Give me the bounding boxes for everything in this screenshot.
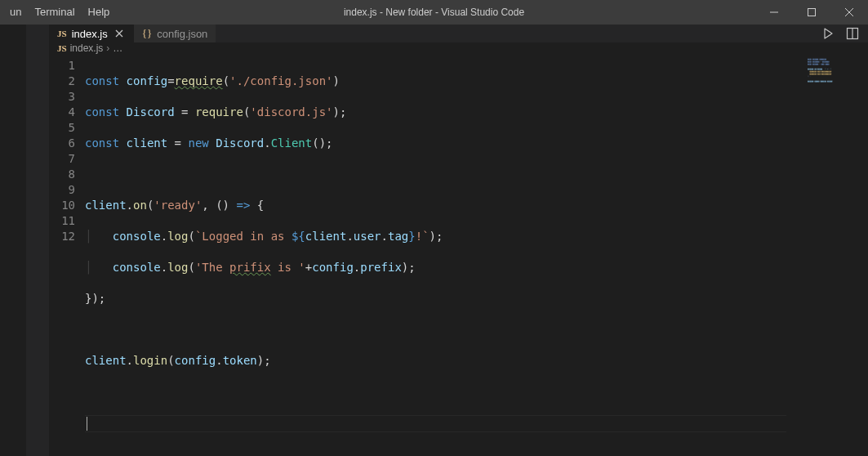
json-icon: {}	[142, 27, 152, 40]
gutter: 123 456 789 101112	[49, 55, 85, 456]
minimize-button[interactable]	[755, 0, 793, 25]
text-cursor	[87, 417, 87, 431]
window-controls	[755, 0, 868, 25]
title-bar: un Terminal Help index.js - New folder -…	[0, 0, 868, 25]
close-icon[interactable]	[113, 27, 126, 40]
breadcrumb[interactable]: JS index.js › …	[49, 42, 868, 55]
tab-label: config.json	[157, 28, 207, 40]
tabs: JS index.js {} config.json	[49, 25, 868, 42]
menu-item-help[interactable]: Help	[82, 0, 117, 25]
menu-item-terminal[interactable]: Terminal	[28, 0, 81, 25]
breadcrumb-symbol: …	[113, 42, 122, 54]
menu-item-run[interactable]: un	[3, 0, 28, 25]
js-icon: JS	[57, 29, 67, 38]
maximize-button[interactable]	[793, 0, 830, 25]
svg-rect-1	[808, 9, 816, 16]
editor[interactable]: 123 456 789 101112 const config=require(…	[49, 55, 868, 456]
tab-index-js[interactable]: JS index.js	[49, 25, 134, 42]
window-title: index.js - New folder - Visual Studio Co…	[344, 7, 524, 18]
split-editor-icon[interactable]	[844, 25, 861, 42]
code-area[interactable]: const config=require('./config.json') co…	[85, 55, 868, 456]
menu: un Terminal Help	[0, 0, 116, 25]
tab-config-json[interactable]: {} config.json	[134, 25, 216, 42]
breadcrumb-file: index.js	[70, 42, 104, 54]
run-icon[interactable]	[819, 25, 837, 42]
side-panel	[0, 25, 49, 456]
tab-label: index.js	[72, 28, 108, 40]
minimap[interactable]: ▆▆▆▆ ▆▆▆▆▆▆ ▆▆▆▆▆▆▆ ▆▆▆▆ ▆▆▆▆▆▆▆ = ▆▆▆▆▆…	[808, 58, 857, 123]
js-icon: JS	[57, 43, 67, 53]
close-button[interactable]	[830, 0, 868, 25]
chevron-right-icon: ›	[106, 42, 109, 54]
